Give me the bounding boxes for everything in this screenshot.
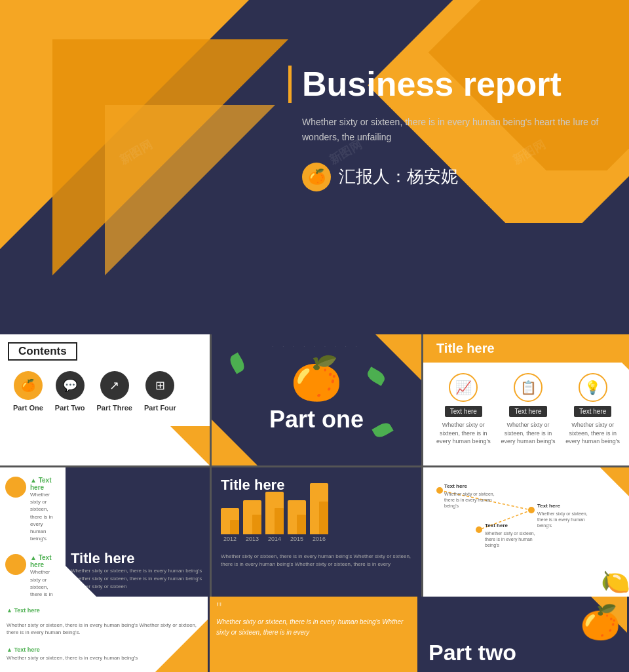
leaf-1: [227, 352, 247, 374]
slide-contents: Contents 🍊 Part One 💬 Part Two ↗ Part Th…: [0, 334, 210, 465]
text-badge-2: Text here: [509, 406, 546, 417]
bar-2015-half: [297, 515, 306, 534]
corner-triangle-bl: [212, 420, 257, 465]
list-icon: 📋: [514, 373, 543, 402]
dot-label-2: Text here: [537, 503, 560, 509]
bar-2013: 2013: [243, 500, 261, 542]
slide-title-right: Title here 📈 Text here Whether sixty or …: [423, 334, 629, 465]
dot-sub-1: Whether sixty or sixteen, there is in ev…: [444, 491, 503, 509]
bar-2012: 2012: [221, 508, 239, 542]
leaf-2: [372, 420, 393, 440]
bulb-icon: 💡: [579, 373, 607, 402]
bar-2012-label: 2012: [223, 536, 237, 542]
dot-label-3: Text here: [485, 523, 508, 528]
bottom-tri-1: [149, 613, 208, 672]
dot-sub-3: Whether sixty or sixteen, there is in ev…: [485, 530, 544, 548]
part-three-label: Part Three: [97, 404, 132, 412]
yellow-circle-2: [5, 554, 26, 575]
part-four-icon: ⊞: [145, 371, 174, 400]
author-name: 汇报人：杨安妮: [339, 165, 458, 188]
bottom-strip: ▲ Text here Whether sixty or sixteen, th…: [0, 597, 629, 672]
bottom-label-2: ▲ Text here: [7, 646, 40, 653]
icon-box-1: 📈 Text here Whether sixty or sixteen, th…: [431, 373, 496, 446]
bar-2015-rect: [288, 500, 306, 534]
text-badge-3: Text here: [574, 406, 611, 417]
bar-2014-rect: [265, 492, 284, 534]
part-one-icon: 🍊: [14, 371, 43, 400]
part-three-icon: ↗: [100, 371, 129, 400]
part-one-title: Part one: [269, 406, 364, 433]
bar-2013-half: [252, 515, 261, 534]
contents-header: Contents: [8, 342, 77, 361]
contents-items: 🍊 Part One 💬 Part Two ↗ Part Three ⊞ Par…: [8, 371, 202, 412]
slide-bar-chart: Title here 2012 2013 2014: [212, 467, 421, 599]
dot-node-2: [528, 507, 535, 513]
bar-2012-half: [230, 520, 239, 534]
hero-title: Business report: [288, 66, 616, 103]
title-right-corner: [594, 334, 629, 374]
dot-line-area: Text here Whether sixty or sixteen, ther…: [430, 474, 626, 540]
text-item-body-1: Whether sixty or sixteen, there is in ev…: [30, 491, 60, 542]
hero-author: 🍊 汇报人：杨安妮: [288, 163, 616, 191]
dot-node-3: [476, 526, 482, 533]
hero-subtitle: Whether sixty or sixteen, there is in ev…: [288, 115, 616, 144]
contents-item-1: 🍊 Part One: [13, 371, 43, 412]
lemon-icon: 🍋: [601, 568, 629, 596]
yellow-circle-1: [5, 477, 26, 498]
part-two-label: Part two: [429, 640, 516, 665]
bottom-label-1: ▲ Text here: [7, 607, 40, 614]
part-two-label: Part Two: [55, 404, 85, 412]
contents-item-3: ↗ Part Three: [97, 371, 132, 412]
icon-desc-3: Whether sixty or sixteen, there is in ev…: [560, 421, 625, 446]
hero-slide: Business report Whether sixty or sixteen…: [0, 0, 629, 334]
bar-2014-half: [275, 508, 284, 534]
bottom-arrow-1: ▲ Text here: [7, 603, 40, 615]
hero-content: Business report Whether sixty or sixteen…: [288, 66, 616, 191]
text-item-label-2: ▲ Text here: [30, 554, 60, 568]
bar-2016-rect: [310, 483, 328, 534]
contents-item-2: 💬 Part Two: [55, 371, 85, 412]
dot-label-1: Text here: [444, 483, 467, 489]
text-badge-1: Text here: [445, 406, 482, 417]
text-item-2: ▲ Text here Whether sixty or sixteen, th…: [5, 554, 60, 599]
bottom-slide-3: 🍊 Part two: [419, 597, 627, 672]
contents-triangle: [170, 426, 210, 465]
bar-2015: 2015: [288, 500, 306, 542]
icon-row: 📈 Text here Whether sixty or sixteen, th…: [423, 363, 629, 451]
bottom-slide-1: ▲ Text here Whether sixty or sixteen, th…: [0, 597, 208, 672]
icon-desc-2: Whether sixty or sixteen, there is in ev…: [496, 421, 561, 446]
part-one-label: Part One: [13, 404, 43, 412]
contents-item-4: ⊞ Part Four: [144, 371, 176, 412]
dot-sub-2: Whether sixty or sixteen, there is in ev…: [537, 511, 596, 528]
text-item-body-2: Whether sixty or sixteen, there is in ev…: [30, 568, 60, 599]
orange-icon: 🍊: [302, 163, 331, 191]
slide-text-chart: ▲ Text here Whether sixty or sixteen, th…: [0, 467, 210, 599]
text-item-label-1: ▲ Text here: [30, 477, 60, 491]
bar-2012-rect: [221, 508, 239, 534]
white-triangle: [59, 559, 98, 599]
icon-box-3: 💡 Text here Whether sixty or sixteen, th…: [560, 373, 625, 446]
dots-deco: · · · · · · · · ·: [272, 344, 360, 349]
icon-desc-1: Whether sixty or sixteen, there is in ev…: [431, 421, 496, 446]
quote-mark-big: ": [216, 603, 411, 614]
bar-2013-label: 2013: [246, 536, 259, 542]
bar-2014-label: 2014: [268, 536, 281, 542]
part-four-label: Part Four: [144, 404, 176, 412]
part-one-orange-icon: 🍊: [290, 354, 343, 403]
dot-node-1: [436, 487, 443, 494]
icon-box-2: 📋 Text here Whether sixty or sixteen, th…: [496, 373, 561, 446]
bar-2016-label: 2016: [313, 536, 326, 542]
bar-2013-rect: [243, 500, 261, 534]
bar-2016: 2016: [310, 483, 328, 542]
chart-desc: Whether sixty or sixteen, there is in ev…: [221, 553, 412, 568]
text-item-1: ▲ Text here Whether sixty or sixteen, th…: [5, 477, 60, 542]
bottom-slide-2: " Whether sixty or sixteen, there is in …: [210, 597, 417, 672]
slide-dot-chart: Text here Whether sixty or sixteen, ther…: [423, 467, 629, 599]
part-two-icon: 💬: [56, 371, 85, 400]
bottom-orange-icon: 🍊: [580, 603, 620, 641]
bar-2015-label: 2015: [290, 536, 303, 542]
bar-group: 2012 2013 2014 2015: [221, 500, 412, 553]
quote-body: Whether sixty or sixteen, there is in ev…: [216, 617, 411, 638]
bar-2016-half: [319, 502, 328, 534]
text-left-col: ▲ Text here Whether sixty or sixteen, th…: [0, 467, 66, 599]
